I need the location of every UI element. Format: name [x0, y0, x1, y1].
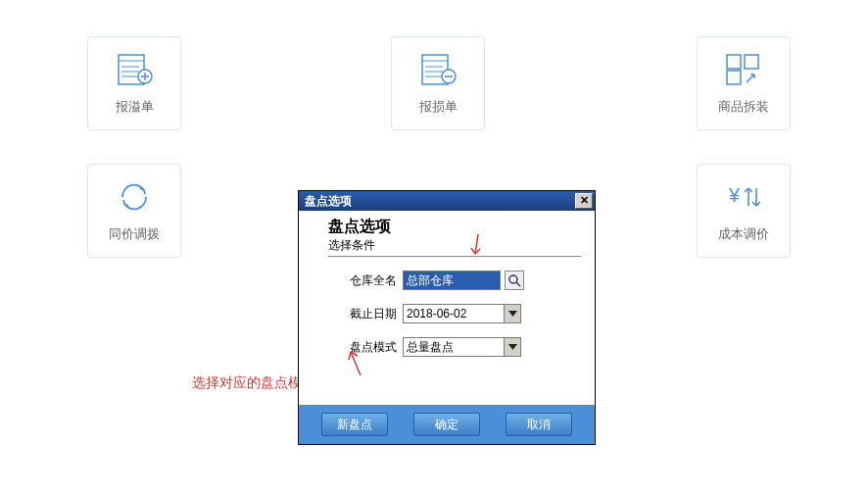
warehouse-input[interactable]: [403, 271, 501, 290]
card-label: 商品拆装: [718, 98, 769, 116]
dialog-heading: 盘点选项: [328, 217, 583, 237]
svg-rect-17: [727, 71, 741, 84]
date-label: 截止日期: [338, 306, 397, 322]
inventory-options-dialog: 盘点选项 ✕ 盘点选项 选择条件 仓库全名 截止日期 盘点模式: [298, 190, 596, 445]
card-label: 成本调价: [718, 225, 769, 243]
close-icon[interactable]: ✕: [575, 193, 593, 209]
dialog-titlebar: 盘点选项 ✕: [299, 191, 595, 211]
arrow-up-icon: [343, 348, 370, 377]
arrow-down-icon: [468, 234, 488, 262]
ok-button[interactable]: 确定: [413, 413, 480, 436]
mode-select[interactable]: [403, 337, 505, 357]
dialog-button-bar: 新盘点 确定 取消: [299, 405, 595, 444]
card-label: 同价调拨: [109, 225, 160, 243]
dialog-title: 盘点选项: [305, 193, 352, 210]
card-chaizhuang[interactable]: 商品拆装: [697, 36, 791, 130]
card-label: 报溢单: [116, 98, 154, 116]
search-icon[interactable]: [505, 271, 524, 290]
date-input[interactable]: [403, 304, 505, 323]
warehouse-label: 仓库全名: [338, 272, 397, 289]
cancel-button[interactable]: 取消: [506, 413, 572, 436]
card-baosun[interactable]: 报损单: [391, 36, 485, 130]
svg-point-19: [509, 275, 517, 283]
card-label: 报损单: [419, 98, 458, 116]
notepad-plus-icon: [116, 51, 153, 88]
refresh-icon: [116, 178, 153, 216]
chevron-down-icon[interactable]: [505, 337, 521, 357]
price-adjust-icon: ¥: [725, 178, 762, 216]
card-tongjia[interactable]: 同价调拨: [87, 164, 181, 258]
new-inventory-button[interactable]: 新盘点: [321, 413, 388, 436]
card-chengben[interactable]: ¥ 成本调价: [697, 164, 791, 258]
svg-rect-15: [727, 55, 741, 69]
split-box-icon: [725, 51, 762, 88]
notepad-minus-icon: [419, 51, 457, 88]
dialog-subheading: 选择条件: [328, 237, 581, 257]
chevron-down-icon[interactable]: [505, 304, 521, 323]
svg-text:¥: ¥: [728, 184, 741, 206]
svg-line-20: [516, 282, 520, 286]
card-baoyi[interactable]: 报溢单: [87, 36, 181, 130]
svg-rect-16: [745, 55, 758, 69]
